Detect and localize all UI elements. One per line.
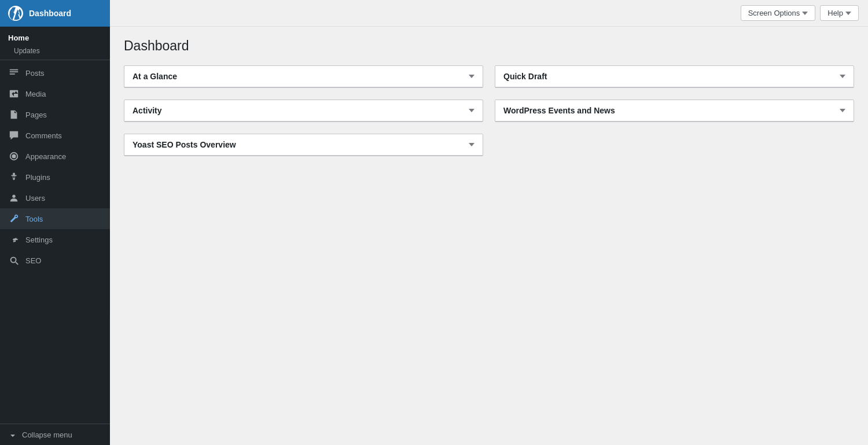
plugins-icon <box>8 171 20 183</box>
posts-icon <box>8 67 20 79</box>
sidebar: Dashboard Home Updates Posts Media Pages <box>0 0 110 445</box>
sidebar-item-posts-label: Posts <box>25 69 45 78</box>
sidebar-nav: Posts Media Pages Comments <box>0 60 110 424</box>
comments-icon <box>8 130 20 141</box>
widget-col-right: Quick Draft WordPress Events and News <box>495 65 854 134</box>
widget-quick-draft-toggle-icon <box>840 75 845 78</box>
sidebar-item-media-label: Media <box>25 90 46 98</box>
widget-yoast-seo-toggle-icon <box>469 143 475 146</box>
widget-activity-toggle-icon <box>469 109 475 112</box>
sidebar-item-pages[interactable]: Pages <box>0 104 110 125</box>
help-button[interactable]: Help <box>820 5 859 21</box>
settings-icon <box>8 234 20 245</box>
sidebar-item-comments-label: Comments <box>25 131 62 140</box>
sidebar-item-updates[interactable]: Updates <box>0 45 110 57</box>
help-chevron-icon <box>845 12 851 15</box>
help-label: Help <box>827 9 843 17</box>
screen-options-chevron-icon <box>802 12 808 15</box>
sidebar-item-plugins-label: Plugins <box>25 173 50 182</box>
sidebar-item-plugins[interactable]: Plugins <box>0 167 110 187</box>
sidebar-item-tools[interactable]: Tools Available Tools Import Export Site… <box>0 208 110 229</box>
sidebar-item-appearance-label: Appearance <box>25 152 66 161</box>
sidebar-item-appearance[interactable]: Appearance <box>0 146 110 167</box>
sidebar-item-comments[interactable]: Comments <box>0 125 110 146</box>
sidebar-item-users-label: Users <box>25 194 45 203</box>
sidebar-logo-label: Dashboard <box>29 9 71 18</box>
widget-activity-header[interactable]: Activity <box>124 100 483 122</box>
widget-col-left: At a Glance Activity Yoast SEO Posts Ove… <box>124 65 483 168</box>
wp-logo-icon <box>8 6 23 21</box>
widget-wp-events: WordPress Events and News <box>495 100 854 122</box>
sidebar-item-seo-label: SEO <box>25 256 41 265</box>
widget-at-a-glance-header[interactable]: At a Glance <box>124 66 483 87</box>
content-area: Dashboard At a Glance Activity <box>110 27 868 445</box>
page-title: Dashboard <box>124 38 854 54</box>
widget-quick-draft: Quick Draft <box>495 65 854 88</box>
sidebar-item-settings-label: Settings <box>25 236 53 244</box>
sidebar-item-seo[interactable]: SEO <box>0 250 110 271</box>
users-icon <box>8 192 20 204</box>
appearance-icon <box>8 150 20 162</box>
tools-icon <box>8 213 20 225</box>
svg-point-0 <box>12 195 15 198</box>
widget-wp-events-title: WordPress Events and News <box>503 106 615 115</box>
widget-activity: Activity <box>124 100 483 122</box>
screen-options-button[interactable]: Screen Options <box>741 5 816 21</box>
widget-wp-events-header[interactable]: WordPress Events and News <box>495 100 854 122</box>
seo-icon <box>8 255 20 266</box>
sidebar-item-pages-label: Pages <box>25 111 47 119</box>
widget-yoast-seo-title: Yoast SEO Posts Overview <box>133 140 236 149</box>
widget-yoast-seo-header[interactable]: Yoast SEO Posts Overview <box>124 134 483 156</box>
sidebar-item-media[interactable]: Media <box>0 83 110 104</box>
widget-quick-draft-title: Quick Draft <box>503 72 547 81</box>
sidebar-item-posts[interactable]: Posts <box>0 62 110 83</box>
sidebar-item-tools-label: Tools <box>25 215 43 223</box>
widget-activity-title: Activity <box>133 106 162 115</box>
collapse-menu-button[interactable]: Collapse menu <box>0 424 110 445</box>
sidebar-item-settings[interactable]: Settings <box>0 229 110 250</box>
sidebar-home-section: Home Updates <box>0 27 110 60</box>
collapse-menu-label: Collapse menu <box>22 431 72 439</box>
sidebar-item-home[interactable]: Home <box>0 31 110 45</box>
pages-icon <box>8 109 20 120</box>
widget-wp-events-toggle-icon <box>840 109 845 112</box>
widget-at-a-glance: At a Glance <box>124 65 483 88</box>
main-content: Screen Options Help Dashboard At a Glanc… <box>110 0 868 445</box>
sidebar-item-users[interactable]: Users <box>0 187 110 208</box>
media-icon <box>8 88 20 100</box>
sidebar-logo[interactable]: Dashboard <box>0 0 110 27</box>
widget-yoast-seo: Yoast SEO Posts Overview <box>124 134 483 156</box>
widget-at-a-glance-toggle-icon <box>469 75 475 78</box>
svg-point-1 <box>11 258 16 263</box>
screen-options-label: Screen Options <box>748 9 800 17</box>
widget-grid: At a Glance Activity Yoast SEO Posts Ove… <box>124 65 854 168</box>
svg-line-2 <box>16 262 18 264</box>
topbar: Screen Options Help <box>110 0 868 27</box>
widget-at-a-glance-title: At a Glance <box>133 72 177 81</box>
collapse-icon <box>8 430 17 439</box>
widget-quick-draft-header[interactable]: Quick Draft <box>495 66 854 87</box>
